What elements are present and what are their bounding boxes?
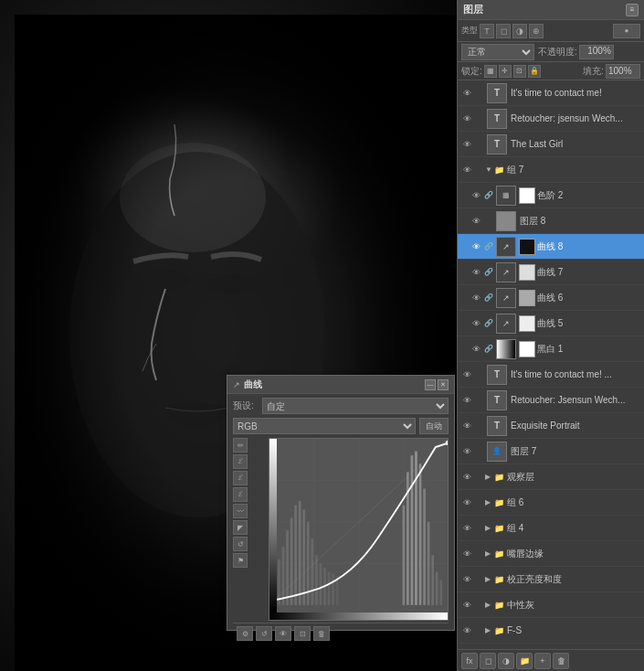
layer-item[interactable]: 👁 T Retoucher: jsensun Wech...	[458, 106, 644, 132]
layer-item[interactable]: 👁 ▶ 📁 嘴唇边缘	[458, 541, 644, 567]
layer-eye[interactable]: 👁	[459, 112, 474, 126]
layer-item[interactable]: 👁 ▶ 📁 F-S	[458, 618, 644, 644]
layer-eye[interactable]: 👁	[459, 598, 474, 612]
layer-eye[interactable]: 👁	[459, 393, 474, 408]
layer-eye[interactable]: 👁	[459, 470, 474, 485]
channel-select[interactable]: RGB	[233, 418, 416, 434]
reset-tool[interactable]: ↺	[233, 537, 248, 551]
eyedropper-tool[interactable]: 𝓔	[233, 454, 248, 469]
filter-icon-smart[interactable]: ⊕	[529, 24, 544, 38]
layer-thumb: ↗	[496, 262, 516, 282]
layer-eye[interactable]: 👁	[459, 86, 474, 101]
layer-item[interactable]: 👁 ▶ 📁 观察层	[458, 464, 644, 490]
layer-item[interactable]: 👁 图层 8	[458, 208, 644, 234]
layer-item[interactable]: 👁 🔗 黑白 1	[458, 336, 644, 362]
gradient-bar-left	[269, 439, 277, 612]
layer-item[interactable]: 👁 👤 图层 7	[458, 439, 644, 464]
filter-toggle-btn[interactable]: ●	[613, 24, 640, 38]
pencil-tool[interactable]: ✏	[233, 438, 248, 453]
auto-button[interactable]: 自动	[419, 418, 449, 434]
curves-title-icon: ↗	[233, 380, 240, 389]
layer-eye[interactable]: 👁	[459, 163, 474, 177]
layer-eye[interactable]: 👁	[469, 342, 483, 357]
curve-graph[interactable]	[269, 438, 449, 621]
group-arrow[interactable]: ▶	[485, 575, 494, 583]
dialog-eye-btn[interactable]: 👁	[275, 626, 291, 641]
layer-item[interactable]: 👁 T It's time to contact me! ...	[458, 362, 644, 388]
layer-eye[interactable]: 👁	[469, 240, 483, 254]
lock-all-btn[interactable]: 🔒	[528, 65, 541, 78]
add-style-btn[interactable]: fx	[461, 653, 478, 669]
group-arrow[interactable]: ▶	[485, 498, 494, 506]
layer-item[interactable]: 👁 T It's time to contact me!	[458, 80, 644, 106]
new-adjustment-btn[interactable]: ◑	[498, 653, 514, 669]
group-arrow[interactable]: ▼	[485, 165, 494, 174]
layer-item[interactable]: 👁 T Exquisite Portrait	[458, 413, 644, 439]
layer-thumb: T	[487, 416, 507, 436]
dialog-refresh-btn[interactable]: ↺	[256, 626, 272, 641]
corner-tool[interactable]: ◤	[233, 520, 248, 535]
group-arrow[interactable]: ▶	[485, 524, 494, 532]
layer-item[interactable]: 👁 🔗 ↗ 曲线 5	[458, 311, 644, 336]
layer-item[interactable]: 👁 ▶ 📁 校正亮度和度	[458, 567, 644, 592]
layer-name: It's time to contact me!	[509, 88, 642, 98]
group-arrow[interactable]: ▶	[485, 601, 494, 609]
dialog-minimize-btn[interactable]: —	[425, 379, 436, 390]
dialog-trash-btn[interactable]: 🗑	[313, 626, 330, 641]
layer-eye[interactable]: 👁	[459, 495, 474, 510]
layer-eye[interactable]: 👁	[459, 444, 474, 459]
layer-eye[interactable]: 👁	[459, 419, 474, 433]
delete-layer-btn[interactable]: 🗑	[553, 653, 569, 669]
layer-item[interactable]: 👁 ▶ 📁 中性灰	[458, 592, 644, 618]
dialog-clip-btn[interactable]: ⊡	[294, 626, 311, 641]
layer-link: 🔗	[483, 240, 494, 254]
opacity-value[interactable]: 100%	[579, 45, 614, 59]
smooth-tool[interactable]: 〰	[233, 504, 248, 518]
filter-icon-shape[interactable]: ◻	[496, 24, 511, 38]
eyedropper3-tool[interactable]: 𝓔	[233, 487, 248, 502]
dialog-settings-btn[interactable]: ⚙	[237, 626, 253, 641]
add-mask-btn[interactable]: ◻	[480, 653, 496, 669]
layer-eye[interactable]: 👁	[459, 547, 474, 561]
new-layer-btn[interactable]: +	[534, 653, 551, 669]
lock-artboard-btn[interactable]: ⊡	[513, 65, 526, 78]
layer-eye[interactable]: 👁	[469, 214, 483, 229]
layer-item-curves8[interactable]: 👁 🔗 ↗ 曲线 8	[458, 234, 644, 260]
filter-icon-t[interactable]: T	[480, 24, 494, 38]
layer-link	[474, 470, 485, 485]
lock-pixel-btn[interactable]: ▦	[484, 65, 497, 78]
flag-tool[interactable]: ⚑	[233, 553, 248, 568]
layer-item-group7[interactable]: 👁 ▼ 📁 组 7	[458, 157, 644, 183]
curves-dialog[interactable]: ↗ 曲线 — ✕ 预设: 自定 RGB 自动	[227, 375, 455, 631]
layer-item[interactable]: 👁 🔗 ↗ 曲线 7	[458, 260, 644, 285]
layer-item[interactable]: 👁 🔗 ▦ 色阶 2	[458, 183, 644, 208]
layer-eye[interactable]: 👁	[459, 572, 474, 587]
layer-item[interactable]: 👁 🔗 ↗ 曲线 6	[458, 285, 644, 311]
layer-eye[interactable]: 👁	[469, 291, 483, 305]
fill-value[interactable]: 100%	[606, 64, 640, 79]
eyedropper2-tool[interactable]: 𝓔	[233, 471, 248, 485]
filter-icon-adj[interactable]: ◑	[512, 24, 527, 38]
group-icon: 📁	[494, 524, 504, 533]
layer-eye[interactable]: 👁	[459, 623, 474, 638]
blend-mode-select[interactable]: 正常	[461, 44, 534, 60]
panel-menu-btn[interactable]: ≡	[626, 4, 639, 16]
layer-item[interactable]: 👁 T Retoucher: Jsensun Wech...	[458, 388, 644, 413]
preset-select[interactable]: 自定	[262, 398, 449, 414]
lock-position-btn[interactable]: ✛	[499, 65, 512, 78]
layer-item[interactable]: 👁 ▶ 📁 组 6	[458, 490, 644, 516]
layer-eye[interactable]: 👁	[459, 521, 474, 536]
layer-eye[interactable]: 👁	[459, 367, 474, 382]
layer-item[interactable]: 👁 T The Last Girl	[458, 132, 644, 157]
layer-eye[interactable]: 👁	[459, 137, 474, 152]
layer-name: 图层 8	[518, 215, 642, 228]
new-group-btn[interactable]: 📁	[516, 653, 533, 669]
layer-item[interactable]: 👁 ▶ 📁 组 4	[458, 516, 644, 541]
group-arrow[interactable]: ▶	[485, 549, 494, 558]
layer-eye[interactable]: 👁	[469, 265, 483, 280]
group-arrow[interactable]: ▶	[485, 626, 494, 634]
layer-eye[interactable]: 👁	[469, 316, 483, 331]
group-arrow[interactable]: ▶	[485, 473, 494, 481]
layer-eye[interactable]: 👁	[469, 188, 483, 203]
dialog-close-btn[interactable]: ✕	[438, 379, 449, 390]
